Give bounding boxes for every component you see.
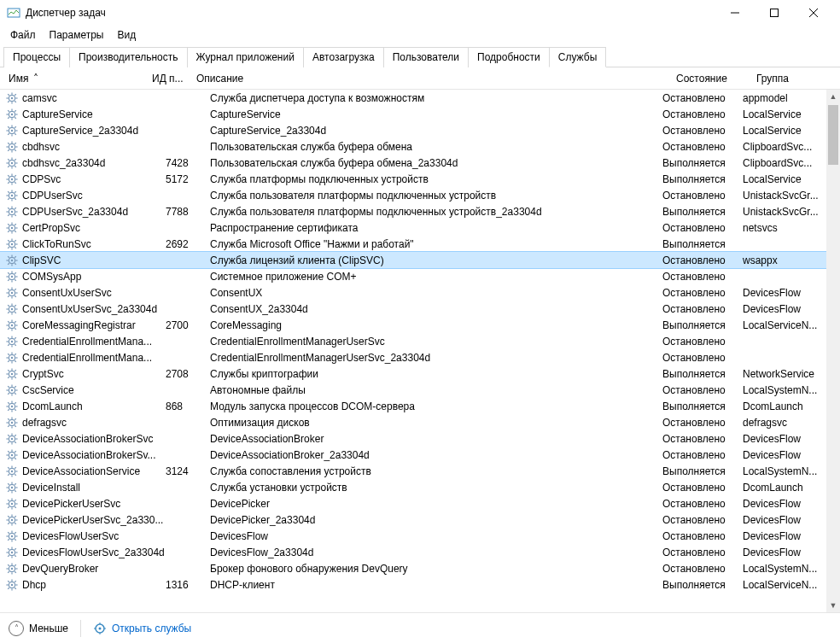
svg-line-151 bbox=[8, 321, 9, 323]
tab-services[interactable]: Службы bbox=[549, 47, 606, 67]
svg-line-71 bbox=[8, 191, 9, 193]
svg-line-271 bbox=[8, 516, 9, 517]
table-row[interactable]: DevicesFlowUserSvc_2a3304dDevicesFlow_2a… bbox=[0, 544, 826, 560]
scroll-down-icon[interactable]: ▼ bbox=[826, 599, 840, 612]
table-row[interactable]: DeviceAssociationBrokerSvcDeviceAssociat… bbox=[0, 430, 826, 447]
table-row[interactable]: DevQueryBrokerБрокер фонового обнаружени… bbox=[0, 560, 826, 576]
tab-details[interactable]: Подробности bbox=[468, 47, 550, 67]
svg-line-113 bbox=[15, 256, 16, 258]
table-row[interactable]: CDPUserSvcСлужба пользователя платформы … bbox=[0, 187, 826, 203]
table-row[interactable]: CoreMessagingRegistrar2700CoreMessagingВ… bbox=[0, 317, 826, 333]
menu-options[interactable]: Параметры bbox=[43, 27, 111, 43]
cell-description: DeviceAssociationBroker bbox=[207, 433, 662, 445]
svg-line-211 bbox=[8, 418, 9, 420]
svg-line-63 bbox=[15, 175, 16, 177]
svg-line-241 bbox=[8, 467, 9, 469]
table-row[interactable]: CDPUserSvc_2a3304d7788Служба пользовател… bbox=[0, 203, 826, 219]
column-description[interactable]: Описание bbox=[193, 73, 676, 85]
vertical-scrollbar[interactable]: ▲ ▼ bbox=[826, 90, 840, 612]
service-gear-icon bbox=[5, 578, 19, 592]
svg-line-304 bbox=[8, 571, 9, 573]
svg-line-103 bbox=[15, 240, 16, 242]
svg-line-192 bbox=[15, 393, 16, 395]
table-row[interactable]: Dhcp1316DHCP-клиентВыполняетсяLocalServi… bbox=[0, 576, 826, 593]
cell-description: Распространение сертификата bbox=[207, 222, 662, 234]
table-row[interactable]: CredentialEnrollmentMana...CredentialEnr… bbox=[0, 333, 826, 349]
table-row[interactable]: ClickToRunSvc2692Служба Microsoft Office… bbox=[0, 236, 826, 252]
cell-group: DevicesFlow bbox=[743, 287, 826, 299]
cell-state: Остановлено bbox=[662, 222, 743, 234]
table-row[interactable]: DcomLaunch868Модуль запуска процессов DC… bbox=[0, 398, 826, 414]
table-row[interactable]: CertPropSvcРаспространение сертификатаОс… bbox=[0, 219, 826, 236]
close-button[interactable] bbox=[794, 0, 833, 26]
table-row[interactable]: CryptSvc2708Службы криптографииВыполняет… bbox=[0, 365, 826, 382]
column-header-row: Имя ˄ ИД п... Описание Состояние Группа bbox=[0, 67, 840, 90]
cell-description: DevicePicker bbox=[207, 498, 662, 510]
menu-file[interactable]: Файл bbox=[3, 27, 43, 43]
service-gear-icon bbox=[5, 91, 19, 105]
tab-performance[interactable]: Производительность bbox=[69, 47, 187, 67]
svg-line-111 bbox=[8, 256, 9, 258]
cell-name: DeviceInstall bbox=[22, 482, 166, 494]
title-bar: Диспетчер задач bbox=[0, 0, 840, 26]
table-row[interactable]: CaptureServiceCaptureServiceОстановленоL… bbox=[0, 106, 826, 122]
svg-line-174 bbox=[8, 360, 9, 362]
table-row[interactable]: CaptureService_2a3304dCaptureService_2a3… bbox=[0, 122, 826, 138]
scroll-thumb[interactable] bbox=[828, 105, 838, 165]
table-row[interactable]: DevicesFlowUserSvcDevicesFlowОстановлено… bbox=[0, 528, 826, 544]
svg-line-282 bbox=[15, 539, 16, 541]
svg-point-156 bbox=[11, 340, 13, 342]
svg-line-312 bbox=[15, 587, 16, 589]
menu-bar: Файл Параметры Вид bbox=[0, 26, 840, 44]
table-row[interactable]: CscServiceАвтономные файлыОстановленоLoc… bbox=[0, 382, 826, 398]
cell-name: CoreMessagingRegistrar bbox=[22, 319, 166, 331]
svg-line-183 bbox=[15, 370, 16, 371]
table-row[interactable]: DeviceInstallСлужба установки устройствО… bbox=[0, 479, 826, 495]
service-gear-icon bbox=[5, 221, 19, 235]
table-row[interactable]: DeviceAssociationBrokerSv...DeviceAssoci… bbox=[0, 447, 826, 463]
column-state[interactable]: Состояние bbox=[676, 73, 756, 85]
table-row[interactable]: DeviceAssociationService3124Служба сопос… bbox=[0, 463, 826, 479]
scroll-up-icon[interactable]: ▲ bbox=[826, 90, 840, 103]
table-row[interactable]: COMSysAppСистемное приложение COM+Остано… bbox=[0, 268, 826, 284]
tab-users[interactable]: Пользователи bbox=[383, 47, 469, 67]
table-row[interactable]: defragsvcОптимизация дисковОстановленоde… bbox=[0, 414, 826, 430]
table-row[interactable]: cbdhsvcПользовательская служба буфера об… bbox=[0, 138, 826, 155]
cell-name: CDPUserSvc bbox=[22, 190, 166, 202]
fewer-details-button[interactable]: ˄ Меньше bbox=[9, 621, 68, 636]
column-group[interactable]: Группа bbox=[756, 73, 840, 85]
svg-line-123 bbox=[15, 272, 16, 274]
svg-line-132 bbox=[15, 295, 16, 297]
table-row[interactable]: ClipSVCСлужба лицензий клиента (ClipSVC)… bbox=[0, 252, 826, 268]
column-pid[interactable]: ИД п... bbox=[152, 73, 193, 85]
svg-line-21 bbox=[8, 110, 9, 112]
open-services-link[interactable]: Открыть службы bbox=[93, 622, 191, 635]
service-gear-icon bbox=[5, 481, 19, 494]
table-row[interactable]: DevicePickerUserSvcDevicePickerОстановле… bbox=[0, 495, 826, 511]
svg-line-243 bbox=[15, 467, 16, 469]
table-row[interactable]: CredentialEnrollmentMana...CredentialEnr… bbox=[0, 349, 826, 365]
tab-processes[interactable]: Процессы bbox=[3, 47, 70, 67]
scroll-track[interactable] bbox=[826, 103, 840, 599]
app-icon bbox=[7, 6, 20, 20]
cell-group: defragsvc bbox=[743, 417, 826, 429]
service-gear-icon bbox=[5, 367, 19, 381]
service-gear-icon bbox=[5, 270, 19, 284]
maximize-button[interactable] bbox=[755, 0, 794, 26]
cell-state: Остановлено bbox=[662, 384, 743, 396]
table-row[interactable]: ConsentUxUserSvc_2a3304dConsentUX_2a3304… bbox=[0, 301, 826, 317]
table-row[interactable]: CDPSvc5172Служба платформы подключенных … bbox=[0, 171, 826, 187]
window-title: Диспетчер задач bbox=[26, 7, 715, 19]
tab-startup[interactable]: Автозагрузка bbox=[303, 47, 384, 67]
menu-view[interactable]: Вид bbox=[110, 27, 143, 43]
table-row[interactable]: cbdhsvc_2a3304d7428Пользовательская служ… bbox=[0, 155, 826, 171]
cell-group: LocalService bbox=[743, 108, 826, 120]
table-row[interactable]: ConsentUxUserSvcConsentUXОстановленоDevi… bbox=[0, 284, 826, 301]
table-row[interactable]: camsvcСлужба диспетчера доступа к возмож… bbox=[0, 90, 826, 106]
minimize-button[interactable] bbox=[715, 0, 755, 26]
table-row[interactable]: DevicePickerUserSvc_2a330...DevicePicker… bbox=[0, 511, 826, 528]
cell-description: DevicePicker_2a3304d bbox=[207, 514, 662, 526]
column-name[interactable]: Имя ˄ bbox=[5, 73, 152, 85]
tab-apphistory[interactable]: Журнал приложений bbox=[187, 47, 304, 67]
svg-line-141 bbox=[8, 305, 9, 307]
